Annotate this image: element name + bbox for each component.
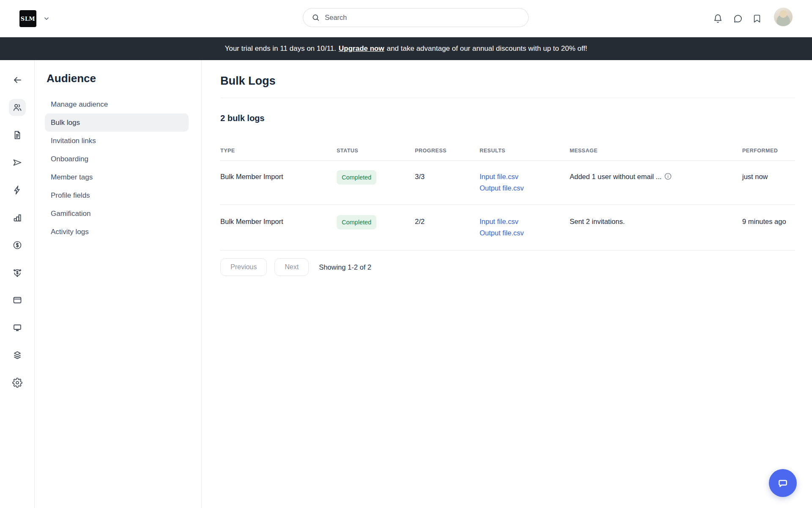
search-icon — [312, 14, 320, 22]
bookmarks-button[interactable] — [749, 11, 765, 26]
row-progress: 2/2 — [415, 216, 480, 227]
live-chat-button[interactable] — [769, 469, 797, 497]
lightning-icon — [12, 185, 22, 195]
gear-icon — [12, 378, 22, 388]
chat-fab-icon — [776, 477, 789, 489]
rail-item-affiliates[interactable] — [9, 264, 26, 281]
page-title: Bulk Logs — [220, 75, 795, 88]
credit-card-icon — [12, 295, 22, 305]
column-header-progress: PROGRESS — [415, 148, 480, 154]
icon-rail — [0, 60, 35, 508]
bookmark-icon — [752, 14, 762, 23]
search-bar[interactable] — [303, 8, 529, 27]
row-message: Sent 2 invitations. — [570, 216, 742, 227]
row-progress: 3/3 — [415, 171, 480, 182]
rail-item-content[interactable] — [9, 127, 26, 144]
title-divider — [220, 98, 795, 98]
rail-item-billing[interactable] — [9, 292, 26, 309]
table-row: Bulk Member Import Completed 3/3 Input f… — [220, 161, 795, 205]
row-message: Added 1 user without email ... — [570, 171, 661, 182]
rail-item-analytics[interactable] — [9, 209, 26, 226]
column-header-performed: PERFORMED — [742, 148, 795, 154]
main-panel: Bulk Logs 2 bulk logs TYPE STATUS PROGRE… — [201, 60, 812, 508]
send-icon — [12, 157, 22, 168]
search-input[interactable] — [325, 14, 524, 22]
rail-item-monetization[interactable] — [9, 237, 26, 254]
bell-icon — [713, 14, 723, 24]
layers-icon — [12, 350, 22, 360]
next-button[interactable]: Next — [274, 258, 309, 276]
topbar: SLM — [0, 0, 812, 37]
community-switcher[interactable]: SLM — [19, 10, 50, 27]
column-header-type: TYPE — [220, 148, 337, 154]
back-button[interactable] — [9, 72, 26, 88]
output-file-link[interactable]: Output file.csv — [480, 182, 570, 194]
audience-sidebar: Audience Manage audience Bulk logs Invit… — [35, 60, 201, 508]
user-avatar[interactable] — [774, 8, 793, 26]
sidebar-item-gamification[interactable]: Gamification — [45, 204, 189, 223]
chat-bubble-icon — [733, 14, 743, 24]
sidebar-item-onboarding[interactable]: Onboarding — [45, 150, 189, 168]
row-performed: 9 minutes ago — [742, 216, 795, 227]
row-type: Bulk Member Import — [220, 216, 337, 227]
rail-item-site[interactable] — [9, 319, 26, 336]
trial-banner-text-after: and take advantage of our annual discoun… — [387, 44, 587, 53]
output-file-link[interactable]: Output file.csv — [480, 227, 570, 239]
bulk-logs-table: TYPE STATUS PROGRESS RESULTS MESSAGE PER… — [220, 148, 795, 251]
bulk-logs-count: 2 bulk logs — [220, 113, 795, 123]
document-icon — [12, 130, 22, 140]
rail-item-apps[interactable] — [9, 347, 26, 364]
dollar-orbit-icon — [12, 268, 22, 278]
upgrade-now-link[interactable]: Upgrade now — [339, 44, 384, 53]
community-logo[interactable]: SLM — [19, 10, 36, 27]
trial-banner: Your trial ends in 11 days on 10/11. Upg… — [0, 37, 812, 60]
previous-button[interactable]: Previous — [220, 258, 267, 276]
monitor-icon — [12, 323, 22, 333]
notifications-button[interactable] — [710, 11, 725, 26]
rail-item-settings[interactable] — [9, 374, 26, 391]
members-icon — [12, 102, 22, 113]
rail-item-broadcast[interactable] — [9, 154, 26, 171]
column-header-message: MESSAGE — [570, 148, 742, 154]
sidebar-item-activity-logs[interactable]: Activity logs — [45, 223, 189, 241]
bar-chart-icon — [12, 213, 22, 223]
column-header-status: STATUS — [337, 148, 415, 154]
rail-item-audience[interactable] — [9, 99, 26, 116]
row-type: Bulk Member Import — [220, 171, 337, 182]
rail-item-automation[interactable] — [9, 182, 26, 199]
table-header-row: TYPE STATUS PROGRESS RESULTS MESSAGE PER… — [220, 148, 795, 161]
row-performed: just now — [742, 171, 795, 182]
back-arrow-icon — [12, 75, 22, 85]
trial-banner-text-before: Your trial ends in 11 days on 10/11. — [225, 44, 336, 53]
input-file-link[interactable]: Input file.csv — [480, 216, 570, 227]
column-header-results: RESULTS — [480, 148, 570, 154]
sidebar-item-profile-fields[interactable]: Profile fields — [45, 186, 189, 204]
sidebar-item-manage-audience[interactable]: Manage audience — [45, 95, 189, 113]
sidebar-item-member-tags[interactable]: Member tags — [45, 168, 189, 186]
table-row: Bulk Member Import Completed 2/2 Input f… — [220, 205, 795, 251]
dollar-circle-icon — [12, 240, 22, 250]
sidebar-item-bulk-logs[interactable]: Bulk logs — [45, 113, 189, 132]
sidebar-title: Audience — [45, 72, 189, 85]
messages-button[interactable] — [730, 11, 745, 26]
info-icon[interactable] — [664, 172, 672, 180]
pagination: Previous Next Showing 1-2 of 2 — [220, 258, 795, 276]
input-file-link[interactable]: Input file.csv — [480, 171, 570, 182]
showing-label: Showing 1-2 of 2 — [319, 263, 371, 271]
status-badge: Completed — [337, 170, 376, 185]
chevron-down-icon — [43, 15, 50, 22]
sidebar-item-invitation-links[interactable]: Invitation links — [45, 132, 189, 150]
status-badge: Completed — [337, 215, 376, 229]
